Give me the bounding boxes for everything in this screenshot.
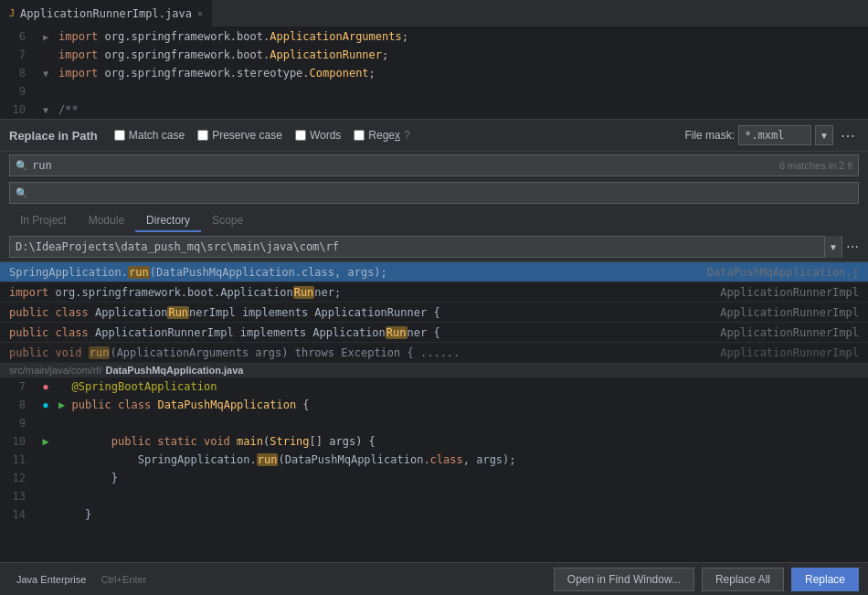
path-input-wrapper: ▼ xyxy=(9,236,842,258)
scope-tabs: In Project Module Directory Scope xyxy=(0,207,868,232)
result-file: ApplicationRunnerImpl xyxy=(720,326,859,339)
replace-row: 🔍 xyxy=(0,179,868,207)
replace-input[interactable] xyxy=(32,186,852,199)
open-in-find-window-button[interactable]: Open in Find Window... xyxy=(554,568,694,591)
regex-checkbox[interactable] xyxy=(354,130,365,141)
code-content: @SpringBootApplication xyxy=(55,380,868,393)
path-dropdown-button[interactable]: ▼ xyxy=(824,236,842,258)
search-input[interactable] xyxy=(32,159,776,172)
tab-applicationrunnerimpl[interactable]: J ApplicationRunnerImpl.java ✕ xyxy=(0,0,213,27)
words-label[interactable]: Words xyxy=(310,129,341,142)
match-case-group: Match case xyxy=(114,129,185,142)
replace-panel-title: Replace in Path xyxy=(9,129,98,143)
line-number: 6 xyxy=(0,30,37,43)
words-group: Words xyxy=(295,129,341,142)
tab-scope[interactable]: Scope xyxy=(201,210,254,232)
regex-label[interactable]: Regex xyxy=(368,129,400,142)
result-row[interactable]: public class ApplicationRunnerImpl imple… xyxy=(0,303,868,323)
line-number: 9 xyxy=(0,85,37,98)
code-content: ▶ public class DataPushMqApplication { xyxy=(55,398,868,411)
regex-help-icon[interactable]: ? xyxy=(404,129,410,142)
code-line-8: 8 ▼ import org.springframework.stereotyp… xyxy=(0,64,868,82)
match-case-checkbox[interactable] xyxy=(114,130,125,141)
preserve-case-label[interactable]: Preserve case xyxy=(212,129,282,142)
line-number: 10 xyxy=(0,435,37,448)
fold-gutter[interactable]: ▶ xyxy=(37,32,55,42)
results-area: SpringApplication.run(DataPushMqApplicat… xyxy=(0,262,868,363)
regex-group: Regex ? xyxy=(354,129,409,142)
match-case-label[interactable]: Match case xyxy=(129,129,185,142)
java-file-icon: J xyxy=(9,8,15,18)
words-checkbox[interactable] xyxy=(295,130,306,141)
bottom-toolbar: Java Enterprise Ctrl+Enter Open in Find … xyxy=(0,562,868,595)
line-number: 13 xyxy=(0,490,37,503)
code-content: import org.springframework.boot.Applicat… xyxy=(55,30,868,43)
shortcut-label: Ctrl+Enter xyxy=(101,574,146,585)
gutter: ● xyxy=(37,382,55,391)
match-count: 6 matches in 2 fi xyxy=(779,160,852,171)
result-row[interactable]: public void run(ApplicationArguments arg… xyxy=(0,343,868,363)
code-content: import org.springframework.boot.Applicat… xyxy=(55,48,868,61)
result-row[interactable]: SpringApplication.run(DataPushMqApplicat… xyxy=(0,262,868,282)
tab-directory[interactable]: Directory xyxy=(135,210,201,232)
result-file: ApplicationRunnerImpl xyxy=(720,306,859,319)
code-content: SpringApplication.run(DataPushMqApplicat… xyxy=(55,453,868,466)
code-line-14: 14 } xyxy=(0,505,868,524)
more-options-button[interactable]: ⋯ xyxy=(837,127,859,144)
tab-close-button[interactable]: ✕ xyxy=(197,8,203,18)
directory-path-input[interactable] xyxy=(10,240,824,253)
line-number: 9 xyxy=(0,417,37,430)
replace-panel: Replace in Path Match case Preserve case… xyxy=(0,119,868,262)
tab-title: ApplicationRunnerImpl.java xyxy=(20,7,192,20)
line-number: 11 xyxy=(0,453,37,466)
replace-header: Replace in Path Match case Preserve case… xyxy=(0,120,868,152)
result-text: public void run(ApplicationArguments arg… xyxy=(9,346,720,359)
path-row: ▼ ⋯ xyxy=(0,232,868,261)
path-more-button[interactable]: ⋯ xyxy=(846,239,859,254)
line-number: 8 xyxy=(0,398,37,411)
search-row: 🔍 6 matches in 2 fi xyxy=(0,152,868,179)
file-path-prefix: src/main/java/com/rf/ xyxy=(9,365,101,376)
preserve-case-checkbox[interactable] xyxy=(197,130,208,141)
code-line-6: 6 ▶ import org.springframework.boot.Appl… xyxy=(0,27,868,46)
code-line-12: 12 } xyxy=(0,469,868,487)
search-icon: 🔍 xyxy=(16,160,28,172)
file-mask-input[interactable] xyxy=(738,125,811,145)
line-number: 8 xyxy=(0,67,37,80)
code-content: import org.springframework.stereotype.Co… xyxy=(55,67,868,80)
replace-button[interactable]: Replace xyxy=(791,568,859,591)
code-content: public static void main(String[] args) { xyxy=(55,435,868,448)
line-number: 12 xyxy=(0,472,37,484)
result-row[interactable]: public class ApplicationRunnerImpl imple… xyxy=(0,323,868,343)
line-number: 7 xyxy=(0,380,37,393)
fold-gutter[interactable]: ▼ xyxy=(37,69,55,79)
bottom-code-editor: 7 ● @SpringBootApplication 8 ● ▶ public … xyxy=(0,377,868,524)
search-input-wrapper: 🔍 6 matches in 2 fi xyxy=(9,154,859,176)
line-number: 10 xyxy=(0,103,37,116)
code-line-10: 10 ▶ public static void main(String[] ar… xyxy=(0,432,868,451)
tab-in-project[interactable]: In Project xyxy=(9,210,78,232)
result-text: public class ApplicationRunnerImpl imple… xyxy=(9,306,720,319)
tab-module[interactable]: Module xyxy=(78,210,135,232)
code-line-8: 8 ● ▶ public class DataPushMqApplication… xyxy=(0,396,868,414)
tab-bar: J ApplicationRunnerImpl.java ✕ xyxy=(0,0,868,27)
code-line-13: 13 xyxy=(0,487,868,505)
replace-icon: 🔍 xyxy=(16,187,28,199)
code-line-7: 7 ● @SpringBootApplication xyxy=(0,377,868,396)
code-content: } xyxy=(55,472,868,484)
code-content: /** xyxy=(55,103,868,116)
file-mask-dropdown-button[interactable]: ▼ xyxy=(815,125,833,145)
line-number: 7 xyxy=(0,48,37,61)
file-path-filename: DataPushMqApplication.java xyxy=(105,365,243,376)
code-line-9: 9 xyxy=(0,414,868,432)
fold-gutter[interactable]: ▼ xyxy=(37,105,55,115)
breakpoint-icon: ● xyxy=(43,382,48,391)
result-row[interactable]: import org.springframework.boot.Applicat… xyxy=(0,282,868,303)
file-path-label: src/main/java/com/rf/ DataPushMqApplicat… xyxy=(0,363,868,377)
java-enterprise-label: Java Enterprise xyxy=(9,572,93,587)
replace-all-button[interactable]: Replace All xyxy=(702,568,784,591)
code-line-10: 10 ▼ /** xyxy=(0,101,868,119)
result-file: DataPushMqApplication.j xyxy=(707,266,859,279)
line-number: 14 xyxy=(0,508,37,521)
result-file: ApplicationRunnerImpl xyxy=(720,286,859,299)
